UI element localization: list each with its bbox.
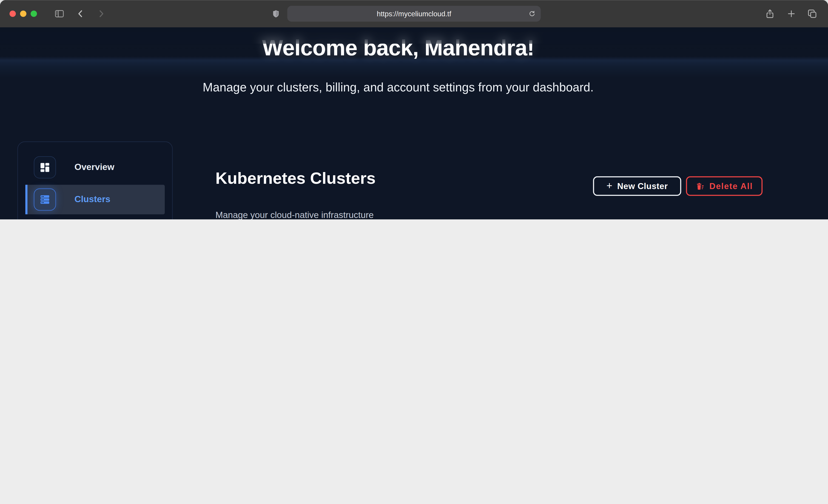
close-window-button[interactable] <box>9 10 16 17</box>
browser-window: https://myceliumcloud.tf <box>0 0 828 219</box>
privacy-shield-icon <box>272 9 280 19</box>
delete-all-button[interactable]: Delete All <box>686 176 762 196</box>
sidebar-item-label: Overview <box>75 162 115 172</box>
sidebar-item-my-nodes[interactable]: My Nodes <box>25 217 165 219</box>
sidebar-item-clusters[interactable]: Clusters <box>25 185 165 214</box>
back-icon[interactable] <box>76 9 86 19</box>
sidebar-toggle-icon[interactable] <box>54 8 65 19</box>
sidebar-item-overview[interactable]: Overview <box>25 153 165 182</box>
new-tab-icon[interactable] <box>786 9 796 19</box>
header-actions: + New Cluster Delete All <box>593 176 763 196</box>
screenshot-stage: https://myceliumcloud.tf <box>0 0 828 219</box>
top-blur-strip <box>0 27 828 44</box>
minimize-window-button[interactable] <box>20 10 27 17</box>
delete-all-label: Delete All <box>709 181 753 191</box>
plus-icon: + <box>607 180 613 191</box>
page-content: Welcome back, Mahendra! Manage your clus… <box>0 27 828 219</box>
new-cluster-label: New Cluster <box>617 181 668 191</box>
forward-icon[interactable] <box>96 9 106 19</box>
welcome-subtitle: Manage your clusters, billing, and accou… <box>0 80 796 94</box>
browser-toolbar: https://myceliumcloud.tf <box>0 0 828 27</box>
url-text: https://myceliumcloud.tf <box>377 10 451 18</box>
dashboard-icon <box>34 156 56 178</box>
page-subtitle: Manage your cloud-native infrastructure <box>215 210 374 219</box>
server-stack-icon <box>34 188 56 211</box>
sidebar: Overview Clusters <box>17 141 173 219</box>
reload-icon[interactable] <box>528 10 536 18</box>
page-title: Kubernetes Clusters <box>215 169 376 188</box>
share-icon[interactable] <box>764 8 775 19</box>
sidebar-item-label: Clusters <box>75 194 110 205</box>
zoom-window-button[interactable] <box>31 10 37 17</box>
tab-overview-icon[interactable] <box>807 8 818 19</box>
url-bar[interactable]: https://myceliumcloud.tf <box>287 6 541 22</box>
trash-sweep-icon <box>696 181 705 191</box>
new-cluster-button[interactable]: + New Cluster <box>593 176 681 196</box>
